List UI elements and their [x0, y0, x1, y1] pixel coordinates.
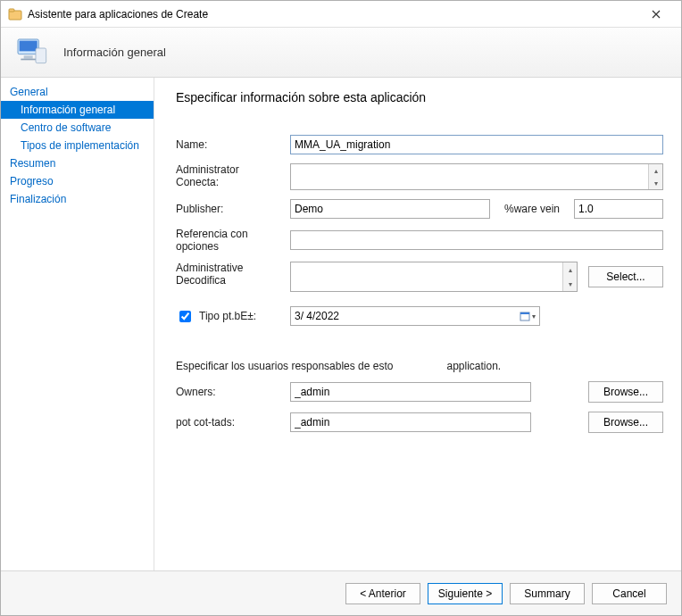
calendar-dropdown-icon[interactable]: ▾ — [520, 311, 536, 321]
browse-contacts-button[interactable]: Browse... — [588, 412, 663, 433]
label-optional-ref: Referencia con opciones — [176, 228, 290, 253]
banner: Información general — [1, 28, 681, 78]
label-name: Name: — [176, 138, 290, 151]
banner-title: Información general — [63, 46, 166, 59]
svg-rect-8 — [520, 312, 529, 314]
admin-comments-input[interactable]: ▴ ▾ — [290, 163, 663, 190]
sidebar: General Información general Centro de so… — [1, 78, 154, 570]
titlebar: Asistente para aplicaciones de Create — [1, 1, 681, 28]
svg-rect-3 — [20, 40, 37, 51]
content-pane: Especificar información sobre esta aplic… — [154, 78, 681, 570]
svg-rect-5 — [21, 58, 36, 60]
label-owners: Owners: — [176, 386, 290, 398]
label-admin-categories: Administrative Decodifica — [176, 262, 290, 287]
scroll-down-icon[interactable]: ▾ — [649, 177, 662, 189]
window-title: Asistente para aplicaciones de Create — [28, 8, 638, 21]
optional-ref-input[interactable] — [290, 230, 663, 250]
sidebar-item-deployment-types[interactable]: Tipos de implementación — [1, 137, 154, 154]
date-checkbox[interactable] — [179, 311, 191, 322]
label-version: %ware vein — [499, 203, 565, 215]
previous-button[interactable]: < Anterior — [345, 583, 420, 604]
sidebar-item-progress[interactable]: Progreso — [1, 172, 154, 190]
admin-categories-input[interactable]: ▴ ▾ — [290, 262, 578, 292]
support-contacts-input[interactable] — [290, 412, 531, 432]
svg-rect-1 — [9, 9, 14, 12]
date-checkbox-wrap[interactable]: Tipo pt.bE±: — [176, 308, 285, 325]
owners-input[interactable] — [290, 382, 531, 402]
publisher-input[interactable] — [290, 199, 490, 219]
date-picker[interactable]: 3/ 4/2022 ▾ — [290, 306, 540, 326]
label-publisher: Publisher: — [176, 203, 290, 215]
scroll-up-icon[interactable]: ▴ — [649, 164, 662, 177]
label-admin-comments: Administrator Conecta: — [176, 163, 290, 188]
sidebar-item-general-info[interactable]: Información general — [1, 101, 154, 119]
svg-rect-4 — [24, 55, 33, 58]
sidebar-item-software-center[interactable]: Centro de software — [1, 119, 154, 137]
sidebar-item-summary[interactable]: Resumen — [1, 154, 154, 172]
wizard-window: Asistente para aplicaciones de Create In… — [0, 0, 682, 616]
name-input[interactable] — [290, 135, 663, 154]
summary-button[interactable]: Summary — [510, 583, 585, 604]
version-input[interactable] — [574, 199, 663, 219]
select-categories-button[interactable]: Select... — [588, 266, 663, 287]
app-icon — [8, 7, 22, 21]
footer: < Anterior Siguiente > Summary Cancel — [1, 570, 681, 615]
sidebar-item-general[interactable]: General — [1, 83, 154, 101]
cancel-button[interactable]: Cancel — [592, 583, 667, 604]
label-date: Tipo pt.bE±: — [199, 310, 256, 322]
owners-section-text: Especificar los usuarios responsables de… — [176, 360, 663, 372]
next-button[interactable]: Siguiente > — [428, 583, 503, 604]
svg-rect-6 — [36, 48, 46, 63]
browse-owners-button[interactable]: Browse... — [588, 381, 663, 403]
scroll-down-icon[interactable]: ▾ — [563, 277, 577, 291]
computer-icon — [13, 35, 49, 71]
body: General Información general Centro de so… — [1, 78, 681, 570]
page-heading: Especificar información sobre esta aplic… — [176, 90, 663, 104]
close-button[interactable] — [638, 2, 674, 27]
label-support-contacts: pot cot-tads: — [176, 416, 290, 429]
scroll-up-icon[interactable]: ▴ — [563, 262, 577, 277]
sidebar-item-completion[interactable]: Finalización — [1, 190, 154, 208]
